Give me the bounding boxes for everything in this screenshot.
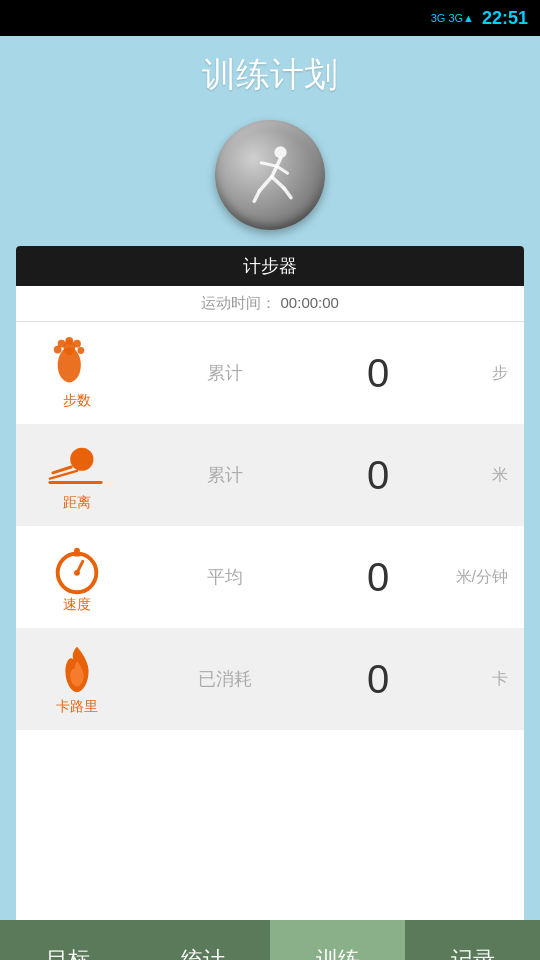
svg-line-7 xyxy=(284,188,291,198)
metric-row-卡路里: 卡路里 已消耗 0 卡 xyxy=(16,628,524,730)
metric-unit-1: 米 xyxy=(428,465,508,486)
calorie-icon xyxy=(48,642,106,694)
metric-desc-0: 累计 xyxy=(122,361,328,385)
svg-point-11 xyxy=(58,340,66,348)
main-content: 训练计划 计步器 xyxy=(0,36,540,920)
metric-row-速度: 速度 平均 0 米/分钟 xyxy=(16,526,524,628)
metrics-container: 步数 累计 0 步 距离 累计 0 米 xyxy=(16,322,524,730)
metric-icon-area-1: 距离 xyxy=(32,438,122,512)
runner-icon-container xyxy=(0,110,540,246)
metric-unit-2: 米/分钟 xyxy=(428,567,508,588)
nav-item-目标[interactable]: 目标 xyxy=(0,920,135,960)
metric-row-步数: 步数 累计 0 步 xyxy=(16,322,524,424)
distance-icon xyxy=(48,438,106,490)
metric-value-0: 0 xyxy=(328,351,428,396)
nav-label-1: 统计 xyxy=(181,945,225,960)
svg-line-16 xyxy=(53,467,71,473)
nav-item-训练[interactable]: 训练 xyxy=(270,920,405,960)
metric-value-3: 0 xyxy=(328,657,428,702)
nav-label-0: 目标 xyxy=(46,945,90,960)
nav-item-记录[interactable]: 记录 xyxy=(405,920,540,960)
status-bar: 3G 3G▲ 22:51 xyxy=(0,0,540,36)
svg-line-2 xyxy=(261,163,277,167)
nav-label-3: 记录 xyxy=(451,945,495,960)
svg-point-15 xyxy=(70,448,93,471)
page-title: 训练计划 xyxy=(0,52,540,98)
runner-circle xyxy=(215,120,325,230)
time-row: 运动时间： 00:00:00 xyxy=(16,286,524,322)
metric-icon-label-2: 速度 xyxy=(63,596,91,614)
nav-label-2: 训练 xyxy=(316,945,360,960)
metric-row-距离: 距离 累计 0 米 xyxy=(16,424,524,526)
network-icons: 3G 3G▲ xyxy=(431,12,474,24)
pedometer-title: 计步器 xyxy=(243,256,297,276)
svg-point-0 xyxy=(274,146,286,158)
pedometer-container: 计步器 运动时间： 00:00:00 步数 累计 0 步 xyxy=(16,246,524,920)
svg-line-21 xyxy=(77,561,83,573)
metric-value-2: 0 xyxy=(328,555,428,600)
svg-line-5 xyxy=(254,191,259,202)
metric-unit-3: 卡 xyxy=(428,669,508,690)
metric-value-1: 0 xyxy=(328,453,428,498)
time-label: 运动时间： xyxy=(201,294,276,311)
pedometer-header: 计步器 xyxy=(16,246,524,286)
svg-point-23 xyxy=(74,548,80,554)
metric-icon-area-0: 步数 xyxy=(32,336,122,410)
runner-icon xyxy=(235,140,305,210)
svg-point-13 xyxy=(73,340,81,348)
metric-desc-2: 平均 xyxy=(122,565,328,589)
time-value: 00:00:00 xyxy=(281,294,339,311)
status-time: 22:51 xyxy=(482,8,528,29)
nav-item-统计[interactable]: 统计 xyxy=(135,920,270,960)
header: 训练计划 xyxy=(0,36,540,110)
metric-icon-label-1: 距离 xyxy=(63,494,91,512)
svg-point-14 xyxy=(77,347,84,354)
metric-icon-label-3: 卡路里 xyxy=(56,698,98,716)
metric-desc-1: 累计 xyxy=(122,463,328,487)
metric-icon-area-2: 速度 xyxy=(32,540,122,614)
metric-icon-area-3: 卡路里 xyxy=(32,642,122,716)
svg-point-12 xyxy=(65,337,73,345)
svg-line-6 xyxy=(272,177,284,188)
svg-line-4 xyxy=(260,177,272,191)
metric-icon-label-0: 步数 xyxy=(63,392,91,410)
footprint-icon xyxy=(48,336,106,388)
svg-line-3 xyxy=(277,166,288,173)
bottom-nav: 目标统计训练记录 xyxy=(0,920,540,960)
speed-icon xyxy=(48,540,106,592)
metric-desc-3: 已消耗 xyxy=(122,667,328,691)
metric-unit-0: 步 xyxy=(428,363,508,384)
